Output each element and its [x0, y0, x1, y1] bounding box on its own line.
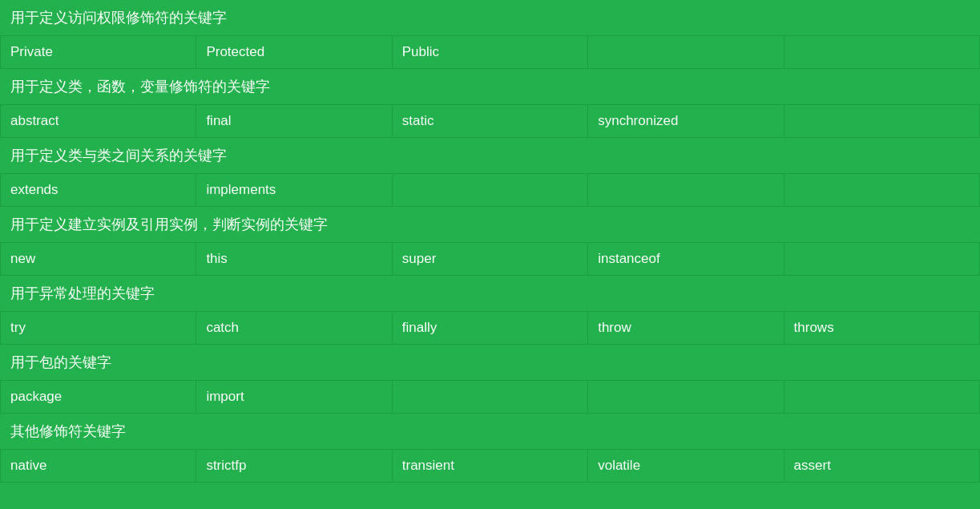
data-row: packageimport	[1, 381, 980, 414]
section-header-row: 用于包的关键字	[1, 345, 980, 381]
table-cell: Protected	[196, 36, 392, 69]
section-header-row: 其他修饰符关键字	[1, 414, 980, 450]
keywords-table: 用于定义访问权限修饰符的关键字PrivateProtectedPublic用于定…	[0, 0, 980, 483]
table-cell: native	[1, 450, 196, 483]
table-cell: this	[196, 243, 392, 276]
table-cell: new	[1, 243, 196, 276]
table-cell: throws	[784, 312, 979, 345]
table-cell: static	[392, 105, 587, 138]
page-container: 用于定义访问权限修饰符的关键字PrivateProtectedPublic用于定…	[0, 0, 980, 483]
section-header-row: 用于定义建立实例及引用实例，判断实例的关键字	[1, 207, 980, 243]
table-cell: strictfp	[196, 450, 392, 483]
table-cell: Public	[392, 36, 587, 69]
table-cell	[588, 381, 784, 414]
table-cell: extends	[1, 174, 196, 207]
table-cell: Private	[1, 36, 196, 69]
section-header-row: 用于定义类，函数，变量修饰符的关键字	[1, 69, 980, 105]
table-cell: finally	[392, 312, 587, 345]
data-row: extendsimplements	[1, 174, 980, 207]
data-row: nativestrictfptransientvolatileassert	[1, 450, 980, 483]
table-cell: synchronized	[588, 105, 784, 138]
table-cell: abstract	[1, 105, 196, 138]
section-header: 用于定义访问权限修饰符的关键字	[1, 0, 980, 36]
table-cell: throw	[588, 312, 784, 345]
section-header: 用于异常处理的关键字	[1, 276, 980, 312]
table-cell: implements	[196, 174, 392, 207]
table-cell: assert	[784, 450, 979, 483]
section-header: 其他修饰符关键字	[1, 414, 980, 450]
table-cell: instanceof	[588, 243, 784, 276]
section-header: 用于定义类与类之间关系的关键字	[1, 138, 980, 174]
section-header-row: 用于定义访问权限修饰符的关键字	[1, 0, 980, 36]
table-cell	[392, 381, 587, 414]
data-row: PrivateProtectedPublic	[1, 36, 980, 69]
table-cell: super	[392, 243, 587, 276]
data-row: newthissuperinstanceof	[1, 243, 980, 276]
table-cell	[588, 36, 784, 69]
data-row: abstractfinalstaticsynchronized	[1, 105, 980, 138]
table-cell	[784, 105, 979, 138]
table-cell	[784, 381, 979, 414]
table-cell	[784, 174, 979, 207]
table-cell: volatile	[588, 450, 784, 483]
table-cell: try	[1, 312, 196, 345]
data-row: trycatchfinallythrowthrows	[1, 312, 980, 345]
table-cell: package	[1, 381, 196, 414]
table-cell	[392, 174, 587, 207]
table-cell: transient	[392, 450, 587, 483]
section-header-row: 用于异常处理的关键字	[1, 276, 980, 312]
section-header: 用于包的关键字	[1, 345, 980, 381]
table-cell: import	[196, 381, 392, 414]
table-cell	[784, 243, 979, 276]
table-cell	[784, 36, 979, 69]
section-header: 用于定义建立实例及引用实例，判断实例的关键字	[1, 207, 980, 243]
section-header: 用于定义类，函数，变量修饰符的关键字	[1, 69, 980, 105]
section-header-row: 用于定义类与类之间关系的关键字	[1, 138, 980, 174]
table-cell: catch	[196, 312, 392, 345]
table-cell: final	[196, 105, 392, 138]
table-cell	[588, 174, 784, 207]
